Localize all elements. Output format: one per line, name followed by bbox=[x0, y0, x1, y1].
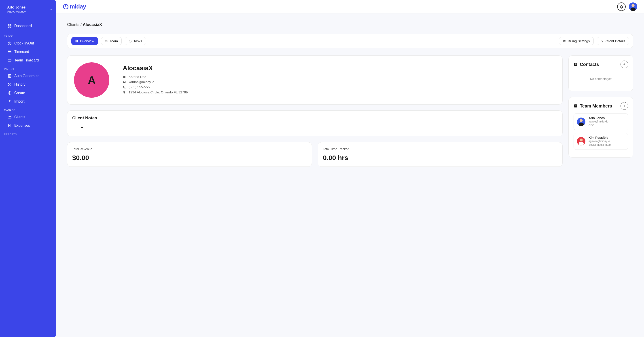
tab-label: Tasks bbox=[134, 39, 142, 43]
document-icon bbox=[8, 74, 12, 78]
member-role: Social Media Intern bbox=[588, 143, 612, 147]
timecard-icon bbox=[8, 50, 12, 54]
gear-icon bbox=[600, 39, 604, 43]
client-person: Katrina Doe bbox=[128, 75, 146, 79]
nav-team-timecard[interactable]: Team Timecard bbox=[0, 56, 56, 65]
tab-tasks[interactable]: Tasks bbox=[125, 37, 146, 45]
svg-rect-14 bbox=[76, 41, 77, 42]
client-details-button[interactable]: Client Details bbox=[597, 37, 629, 45]
client-name: AlocasiaX bbox=[123, 65, 188, 72]
org-name: Agave Agency bbox=[7, 10, 26, 13]
add-note-button[interactable]: + bbox=[78, 124, 86, 131]
sidebar: Arlo Jones Agave Agency ▼ Dashboard TRAC… bbox=[0, 0, 56, 337]
bell-icon bbox=[620, 5, 624, 9]
stat-value: 0.00 hrs bbox=[323, 154, 558, 162]
briefcase-icon bbox=[123, 75, 126, 78]
contacts-title: Contacts bbox=[580, 62, 599, 67]
chevron-down-icon: ▼ bbox=[50, 8, 52, 11]
nav-import[interactable]: Import bbox=[0, 97, 56, 106]
expenses-icon bbox=[8, 124, 12, 128]
notes-title: Client Notes bbox=[72, 115, 558, 120]
clock-icon bbox=[8, 41, 12, 45]
history-icon bbox=[8, 82, 12, 86]
members-icon bbox=[574, 104, 578, 108]
add-member-button[interactable]: + bbox=[620, 102, 628, 110]
tabs-row: Overview Team Tasks bbox=[67, 34, 633, 48]
check-circle-icon bbox=[128, 39, 132, 43]
nav-label: Clock In/Out bbox=[14, 41, 34, 45]
upload-icon bbox=[8, 99, 12, 103]
svg-rect-24 bbox=[575, 64, 576, 65]
folder-icon bbox=[8, 115, 12, 119]
tab-team[interactable]: Team bbox=[101, 37, 122, 45]
nav-timecard[interactable]: Timecard bbox=[0, 48, 56, 56]
add-contact-button[interactable]: + bbox=[620, 60, 628, 68]
tab-overview[interactable]: Overview bbox=[71, 37, 98, 45]
nav-history[interactable]: History bbox=[0, 80, 56, 89]
nav-create[interactable]: Create bbox=[0, 89, 56, 97]
nav-heading-invoice: INVOICE bbox=[0, 65, 56, 72]
member-row[interactable]: Arlo Jones agave@miday.io CEO bbox=[574, 113, 628, 130]
breadcrumb: Clients / AlocasiaX bbox=[67, 22, 633, 27]
svg-point-18 bbox=[129, 40, 132, 42]
svg-point-21 bbox=[602, 41, 603, 41]
plus-circle-icon bbox=[8, 91, 12, 95]
svg-rect-13 bbox=[77, 40, 78, 41]
svg-point-30 bbox=[580, 139, 582, 141]
svg-rect-3 bbox=[10, 26, 11, 27]
svg-rect-1 bbox=[10, 24, 11, 25]
location-icon bbox=[123, 91, 126, 94]
plus-icon: + bbox=[623, 104, 625, 108]
svg-rect-15 bbox=[77, 41, 78, 42]
notifications-button[interactable] bbox=[617, 2, 626, 11]
svg-rect-23 bbox=[575, 63, 576, 64]
svg-rect-11 bbox=[630, 7, 636, 11]
total-revenue-card: Total Revenue $0.00 bbox=[67, 142, 312, 167]
plus-icon: + bbox=[623, 62, 625, 66]
nav-expenses[interactable]: Expenses bbox=[0, 121, 56, 130]
member-row[interactable]: Kim Possible agave2@miday.io Social Medi… bbox=[574, 133, 628, 150]
nav-label: Clients bbox=[14, 115, 25, 119]
members-title: Team Members bbox=[580, 103, 612, 109]
svg-rect-12 bbox=[76, 40, 77, 41]
breadcrumb-root[interactable]: Clients bbox=[67, 22, 80, 27]
client-email: katrina@miday.io bbox=[128, 80, 154, 84]
member-name: Kim Possible bbox=[588, 136, 612, 139]
contacts-icon bbox=[574, 62, 578, 66]
nav-clockinout[interactable]: Clock In/Out bbox=[0, 39, 56, 48]
svg-rect-0 bbox=[8, 24, 9, 25]
plus-icon: + bbox=[81, 125, 84, 130]
member-name: Arlo Jones bbox=[588, 116, 608, 120]
stat-value: $0.00 bbox=[72, 154, 307, 162]
svg-point-28 bbox=[580, 119, 582, 122]
svg-rect-26 bbox=[575, 105, 576, 105]
nav-label: History bbox=[14, 82, 26, 86]
mail-icon bbox=[123, 80, 126, 84]
nav-heading-manage: MANAGE bbox=[0, 106, 56, 113]
topbar: miday bbox=[56, 0, 644, 13]
nav-dashboard[interactable]: Dashboard bbox=[0, 18, 56, 30]
nav-heading-track: TRACK bbox=[0, 32, 56, 39]
user-avatar[interactable] bbox=[629, 2, 637, 11]
team-icon bbox=[105, 39, 108, 43]
tab-label: Client Details bbox=[606, 39, 625, 43]
member-role: CEO bbox=[588, 124, 608, 127]
client-summary-card: A AlocasiaX Katrina Doe bbox=[67, 55, 562, 105]
client-notes-card: Client Notes + bbox=[67, 110, 562, 136]
nav-label: Team Timecard bbox=[14, 58, 39, 62]
nav-clients[interactable]: Clients bbox=[0, 113, 56, 121]
svg-point-19 bbox=[564, 40, 565, 41]
svg-point-10 bbox=[632, 4, 634, 7]
nav-label: Dashboard bbox=[14, 24, 32, 28]
svg-point-20 bbox=[564, 41, 564, 42]
svg-rect-31 bbox=[579, 142, 584, 145]
org-switcher[interactable]: Arlo Jones Agave Agency ▼ bbox=[0, 4, 56, 17]
tab-label: Team bbox=[110, 39, 118, 43]
billing-settings-button[interactable]: Billing Settings bbox=[559, 37, 594, 45]
nav-auto-generated[interactable]: Auto Generated bbox=[0, 72, 56, 80]
logo[interactable]: miday bbox=[63, 3, 86, 10]
nav-label: Create bbox=[14, 91, 25, 95]
team-members-card: Team Members + Arlo Jones bbox=[568, 97, 633, 158]
breadcrumb-sep: / bbox=[80, 22, 82, 27]
logo-mark-icon bbox=[63, 4, 68, 9]
